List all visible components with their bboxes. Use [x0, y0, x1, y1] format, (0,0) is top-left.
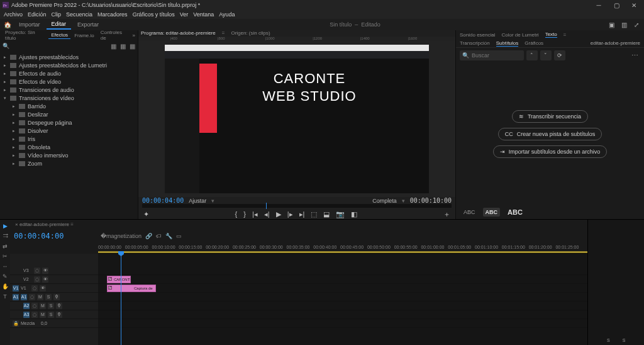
import-captions-button[interactable]: ⇥Importar subtítulos desde un archivo — [493, 145, 608, 158]
menu-item[interactable]: Secuencia — [66, 11, 92, 18]
menu-item[interactable]: Edición — [28, 11, 47, 18]
tab-essential-sound[interactable]: Sonido esencial — [460, 32, 495, 38]
play-icon[interactable]: ▶ — [276, 210, 281, 218]
lift-icon[interactable]: ⬚ — [311, 210, 317, 218]
track-select-tool-icon[interactable]: ⮆ — [1, 232, 9, 240]
menu-item[interactable]: Clip — [52, 11, 62, 18]
track-header-a1[interactable]: A1A1◌MS🎙 — [10, 293, 98, 302]
menu-item[interactable]: Ayuda — [219, 11, 235, 18]
tab-edit[interactable]: Editar — [47, 20, 72, 30]
tree-item[interactable]: ▸Deslizar — [1, 110, 136, 118]
prev-result-icon[interactable]: ˄ — [526, 50, 538, 60]
compare-icon[interactable]: ◧ — [351, 210, 357, 218]
maximize-button[interactable]: ▢ — [609, 1, 624, 9]
clip[interactable]: fxCaptura de — [107, 285, 156, 292]
step-fwd-icon[interactable]: |▸ — [287, 210, 293, 218]
ripple-tool-icon[interactable]: ⇄ — [1, 242, 9, 250]
work-area-bar[interactable] — [98, 251, 587, 253]
new-caption-track-button[interactable]: CCCrear nueva pista de subtítulos — [498, 128, 602, 140]
preset-icon[interactable]: ▦ — [120, 43, 126, 50]
linked-selection-icon[interactable]: 🔗 — [145, 233, 152, 239]
home-icon[interactable]: 🏠 — [3, 20, 13, 30]
settings-icon[interactable]: 🔧 — [165, 233, 172, 239]
tab-frameio[interactable]: Frame.io — [72, 32, 97, 39]
program-tab[interactable]: Programa: editar-adobe-premiere — [141, 30, 216, 36]
close-tab-icon[interactable]: × — [15, 222, 18, 227]
refresh-icon[interactable]: ⟳ — [554, 50, 565, 60]
step-back-icon[interactable]: ◂| — [264, 210, 270, 218]
quick-export-icon[interactable]: ▣ — [606, 20, 616, 30]
snap-icon[interactable]: �magnetization — [101, 233, 142, 239]
sequence-tab[interactable]: editar-adobe-premiere — [19, 222, 69, 227]
tree-item[interactable]: ▸Vídeo inmersivo — [1, 151, 136, 159]
cc-track-icon[interactable]: ▭ — [176, 233, 182, 239]
tree-item[interactable]: ▸Obsoleta — [1, 143, 136, 151]
go-out-icon[interactable]: ▸| — [299, 210, 305, 218]
search-input[interactable]: 🔍Buscar — [460, 50, 524, 60]
tab-graphics[interactable]: Gráficos — [525, 40, 543, 46]
extract-icon[interactable]: ⬓ — [323, 210, 330, 218]
tab-project[interactable]: Proyecto: Sin título — [3, 29, 47, 42]
pen-tool-icon[interactable]: ✎ — [1, 273, 9, 280]
tree-item[interactable]: ▸Ajustes preestablecidos de Lumetri — [1, 61, 136, 69]
workspace-icon[interactable]: ▥ — [619, 20, 629, 30]
caption-style-mid[interactable]: ABC — [483, 208, 501, 217]
tree-item[interactable]: ▾Transiciones de vídeo — [1, 94, 136, 102]
track-header-a3[interactable]: A3◌MS🎙 — [10, 310, 98, 319]
tab-lumetri[interactable]: Color de Lumetri — [501, 32, 538, 38]
next-result-icon[interactable]: ˅ — [540, 50, 552, 60]
marker-icon[interactable]: 🏷 — [156, 233, 162, 239]
track-header-a2[interactable]: A2◌MS🎙 — [10, 302, 98, 310]
caption-style-big[interactable]: ABC — [505, 207, 525, 217]
track-header-v2[interactable]: V2◌👁 — [10, 275, 98, 284]
tree-item[interactable]: ▸Efectos de audio — [1, 69, 136, 77]
mark-out-icon[interactable]: } — [243, 210, 246, 218]
tab-effects[interactable]: Efectos — [48, 31, 70, 39]
tree-item[interactable]: ▸Despegue página — [1, 118, 136, 127]
mark-in-icon[interactable]: { — [235, 210, 238, 218]
tree-item[interactable]: ▸Transiciones de audio — [1, 86, 136, 94]
menu-item[interactable]: Ventana — [193, 11, 214, 18]
menu-item[interactable]: Archivo — [4, 11, 23, 18]
current-timecode[interactable]: 00:00:04:00 — [142, 197, 184, 204]
source-tab[interactable]: Origen: (sin clips) — [231, 30, 270, 36]
hand-tool-icon[interactable]: ✋ — [1, 283, 9, 290]
timeline-ruler[interactable]: 00:00:00:00 00:00:05:00 00:00:10:00 00:0… — [98, 244, 587, 254]
tab-subtitles[interactable]: Subtítulos — [496, 40, 519, 47]
selection-tool-icon[interactable]: ▶ — [1, 222, 9, 230]
tree-item[interactable]: ▸Disolver — [1, 127, 136, 135]
program-monitor[interactable]: CARONTE WEB STUDIO — [165, 45, 429, 193]
track-header-mix[interactable]: 🔒Mezcla 0,0 — [10, 319, 98, 328]
menu-item[interactable]: Gráficos y títulos — [133, 11, 175, 18]
panel-menu-icon[interactable]: ⋯ — [629, 50, 640, 60]
caption-style-small[interactable]: ABC — [461, 208, 478, 217]
close-button[interactable]: ✕ — [626, 1, 641, 9]
tab-controls[interactable]: Controles de — [98, 29, 130, 42]
tab-import[interactable]: Importar — [14, 20, 45, 29]
go-in-icon[interactable]: |◂ — [252, 210, 258, 218]
tab-transcription[interactable]: Transcripción — [460, 40, 490, 46]
playhead-icon[interactable] — [266, 203, 267, 209]
add-marker-icon[interactable]: ✦ — [138, 210, 149, 218]
razor-tool-icon[interactable]: ✂ — [1, 252, 9, 260]
fit-dropdown[interactable]: Ajustar — [189, 198, 206, 204]
preset-icon[interactable]: ▦ — [111, 43, 116, 50]
track-header-v1[interactable]: V1V1◌👁 — [10, 284, 98, 293]
transcribe-button[interactable]: ≋Transcribir secuencia — [512, 110, 588, 123]
timeline-timecode[interactable]: 00:00:04:00 — [10, 232, 98, 240]
menu-item[interactable]: Marcadores — [97, 11, 128, 18]
tree-item[interactable]: ▸Barrido — [1, 102, 136, 110]
mini-timeline[interactable] — [142, 204, 452, 208]
tree-item[interactable]: ▸Zoom — [1, 159, 136, 167]
tab-export[interactable]: Exportar — [72, 20, 104, 29]
effects-search[interactable]: 🔍 ▦ ▦ ▦ — [0, 40, 138, 52]
menu-item[interactable]: Ver — [180, 11, 189, 18]
type-tool-icon[interactable]: T — [1, 293, 9, 300]
timeline-tracks[interactable]: fxCARONTE fxCaptura de — [98, 254, 587, 345]
preset-icon[interactable]: ▦ — [130, 43, 135, 50]
export-frame-icon[interactable]: 📷 — [336, 210, 345, 218]
tree-item[interactable]: ▸Efectos de vídeo — [1, 77, 136, 86]
tab-text[interactable]: Texto — [545, 31, 557, 38]
tree-item[interactable]: ▸Iris — [1, 135, 136, 143]
clip[interactable]: fxCARONTE — [107, 276, 131, 283]
